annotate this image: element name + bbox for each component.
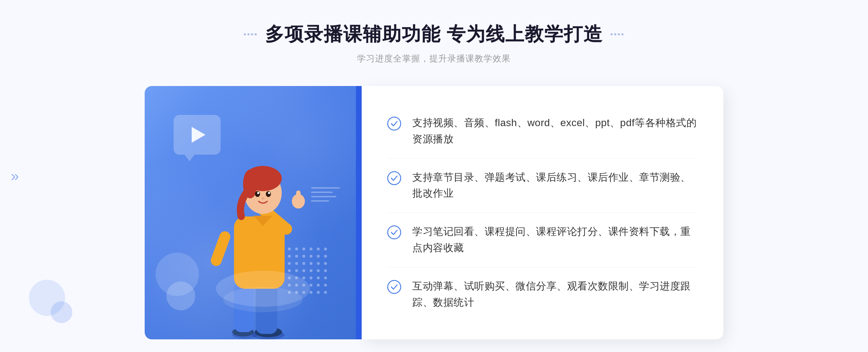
check-icon-4 <box>387 280 401 294</box>
svg-point-31 <box>324 269 327 272</box>
svg-point-49 <box>324 291 327 294</box>
svg-point-66 <box>257 192 259 194</box>
svg-point-71 <box>388 117 401 130</box>
svg-point-19 <box>324 255 327 258</box>
svg-point-13 <box>324 248 327 250</box>
feature-text-2: 支持章节目录、弹题考试、课后练习、课后作业、章节测验、批改作业 <box>412 169 698 202</box>
feature-item-4: 互动弹幕、试听购买、微信分享、观看次数限制、学习进度跟踪、数据统计 <box>387 267 698 322</box>
left-arrow-icon: » <box>11 168 19 184</box>
header-section: 多项录播课辅助功能 专为线上教学打造 学习进度全掌握，提升录播课教学效果 <box>243 22 625 64</box>
svg-point-3 <box>255 33 257 35</box>
svg-point-6 <box>618 33 620 35</box>
dots-left-icon: // Will be generated inline <box>22 43 80 116</box>
title-row: 多项录播课辅助功能 专为线上教学打造 <box>243 22 625 47</box>
svg-point-37 <box>324 276 327 279</box>
svg-point-43 <box>324 284 327 287</box>
page-container: // Will be generated inline » 多项录播课辅助功能 … <box>0 0 868 352</box>
features-panel: 支持视频、音频、flash、word、excel、ppt、pdf等各种格式的资源… <box>362 86 723 339</box>
check-icon-1 <box>387 116 401 131</box>
svg-point-25 <box>324 262 327 265</box>
svg-point-68 <box>261 197 264 199</box>
svg-rect-58 <box>209 230 232 267</box>
person-illustration <box>198 137 321 339</box>
svg-point-0 <box>244 33 246 35</box>
svg-point-2 <box>251 33 253 35</box>
feature-item-1: 支持视频、音频、flash、word、excel、ppt、pdf等各种格式的资源… <box>387 104 698 159</box>
svg-point-1 <box>247 33 250 35</box>
svg-point-73 <box>388 226 401 239</box>
main-content: 支持视频、音频、flash、word、excel、ppt、pdf等各种格式的资源… <box>145 86 723 339</box>
svg-point-74 <box>388 280 401 293</box>
svg-point-65 <box>266 191 271 197</box>
svg-point-72 <box>388 172 401 185</box>
svg-point-5 <box>614 33 616 35</box>
feature-text-3: 学习笔记回看、课程提问、课程评论打分、课件资料下载，重点内容收藏 <box>412 224 698 256</box>
svg-point-7 <box>621 33 624 35</box>
circle-decoration-2 <box>166 282 195 310</box>
feature-text-4: 互动弹幕、试听购买、微信分享、观看次数限制、学习进度跟踪、数据统计 <box>412 278 698 311</box>
page-title: 多项录播课辅助功能 专为线上教学打造 <box>265 22 603 47</box>
svg-point-64 <box>255 191 260 197</box>
dots-right-icon <box>781 14 825 51</box>
svg-rect-60 <box>296 190 301 203</box>
page-subtitle: 学习进度全掌握，提升录播课教学效果 <box>243 53 625 64</box>
accent-bar <box>356 86 362 339</box>
check-icon-2 <box>387 171 401 185</box>
title-decoration-right <box>610 31 625 37</box>
feature-text-1: 支持视频、音频、flash、word、excel、ppt、pdf等各种格式的资源… <box>412 115 698 147</box>
float-circle-small <box>51 301 72 323</box>
feature-item-3: 学习笔记回看、课程提问、课程评论打分、课件资料下载，重点内容收藏 <box>387 213 698 267</box>
svg-point-70 <box>223 287 303 312</box>
check-icon-3 <box>387 225 401 240</box>
svg-point-4 <box>610 33 613 35</box>
feature-item-2: 支持章节目录、弹题考试、课后练习、课后作业、章节测验、批改作业 <box>387 159 698 213</box>
illustration-panel <box>145 86 362 339</box>
title-decoration-left <box>243 31 258 37</box>
svg-point-67 <box>268 192 270 194</box>
